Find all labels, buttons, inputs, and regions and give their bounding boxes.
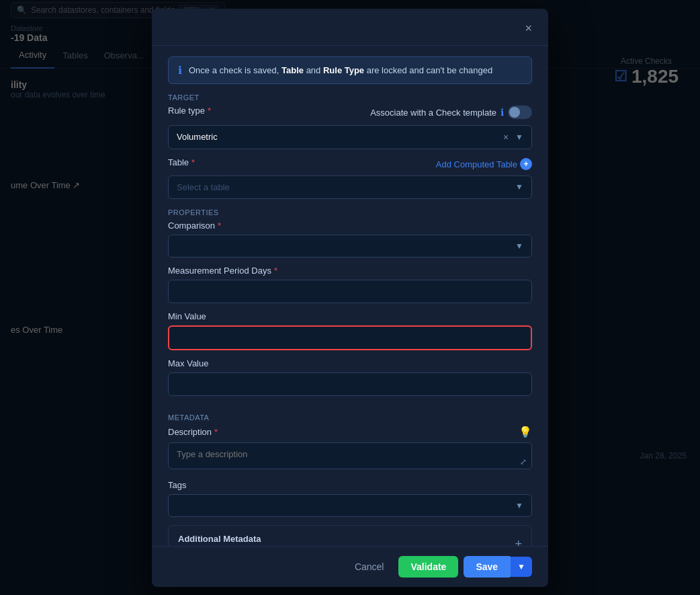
validate-button[interactable]: Validate bbox=[398, 556, 458, 578]
associate-label: Associate with a Check template ℹ bbox=[370, 106, 532, 119]
table-required: * bbox=[191, 157, 195, 167]
comparison-chevron-icon: ▼ bbox=[515, 241, 523, 251]
rule-type-required: * bbox=[208, 106, 211, 116]
add-computed-label: Add Computed Table bbox=[436, 159, 517, 169]
rule-type-select[interactable]: Volumetric × ▼ bbox=[168, 125, 532, 149]
max-value-input[interactable] bbox=[168, 372, 532, 396]
add-computed-icon: + bbox=[520, 158, 532, 170]
save-button-group: Save ▼ bbox=[464, 556, 532, 578]
tags-select[interactable]: ▼ bbox=[168, 494, 532, 517]
measurement-period-required: * bbox=[274, 266, 277, 276]
associate-info-icon[interactable]: ℹ bbox=[500, 107, 504, 118]
metadata-section: Metadata Description * 💡 ⤢ Tags bbox=[168, 413, 532, 546]
description-required: * bbox=[214, 427, 218, 437]
description-wrapper: ⤢ bbox=[168, 442, 532, 472]
comparison-required: * bbox=[218, 221, 221, 231]
tags-chevron-icon: ▼ bbox=[515, 501, 523, 510]
rule-type-value: Volumetric bbox=[177, 132, 218, 142]
save-dropdown-button[interactable]: ▼ bbox=[510, 557, 532, 577]
info-text: Once a check is saved, Table and Rule Ty… bbox=[189, 65, 492, 75]
additional-meta-content: Additional Metadata Enhance the check de… bbox=[178, 534, 382, 546]
rule-type-clear-btn[interactable]: × bbox=[503, 132, 509, 143]
target-section: Target Rule type * Associate with a Chec… bbox=[168, 93, 532, 199]
additional-meta-plus-icon[interactable]: + bbox=[515, 537, 522, 546]
min-value-label: Min Value bbox=[168, 311, 532, 321]
rule-type-chevron-icon: ▼ bbox=[515, 132, 523, 142]
properties-section-label: Properties bbox=[168, 208, 532, 216]
tags-label: Tags bbox=[168, 480, 532, 490]
description-label: Description * bbox=[168, 427, 218, 437]
table-chevron-icon: ▼ bbox=[515, 182, 523, 192]
modal-overlay: × ℹ Once a check is saved, Table and Rul… bbox=[0, 0, 700, 595]
description-bulb-icon[interactable]: 💡 bbox=[519, 426, 532, 438]
comparison-label: Comparison * bbox=[168, 221, 532, 231]
modal-dialog: × ℹ Once a check is saved, Table and Rul… bbox=[152, 9, 548, 587]
cancel-button[interactable]: Cancel bbox=[345, 556, 394, 578]
close-button[interactable]: × bbox=[525, 22, 532, 34]
rule-type-icons: × ▼ bbox=[503, 132, 523, 143]
description-textarea[interactable] bbox=[168, 442, 532, 469]
description-label-row: Description * 💡 bbox=[168, 426, 532, 438]
associate-toggle[interactable] bbox=[508, 106, 532, 119]
modal-header: × bbox=[152, 9, 548, 46]
table-label-row: Table * Add Computed Table + bbox=[168, 157, 532, 171]
modal-body: ℹ Once a check is saved, Table and Rule … bbox=[152, 46, 548, 546]
table-placeholder: Select a table bbox=[177, 182, 230, 192]
rule-type-row: Rule type * Associate with a Check templ… bbox=[168, 106, 532, 120]
add-computed-table-btn[interactable]: Add Computed Table + bbox=[436, 158, 532, 170]
measurement-period-label: Measurement Period Days * bbox=[168, 266, 532, 276]
properties-section: Properties Comparison * ▼ Measurement Pe… bbox=[168, 208, 532, 404]
target-section-label: Target bbox=[168, 93, 532, 102]
modal-footer: Cancel Validate Save ▼ bbox=[152, 546, 548, 587]
additional-metadata-section: Additional Metadata Enhance the check de… bbox=[168, 525, 532, 546]
info-icon: ℹ bbox=[178, 64, 182, 77]
save-button[interactable]: Save bbox=[464, 556, 510, 578]
additional-meta-title: Additional Metadata bbox=[178, 534, 382, 544]
measurement-period-input[interactable] bbox=[168, 280, 532, 303]
metadata-section-label: Metadata bbox=[168, 413, 532, 422]
comparison-select[interactable]: ▼ bbox=[168, 235, 532, 257]
additional-meta-row: Additional Metadata Enhance the check de… bbox=[178, 534, 522, 546]
min-value-input[interactable] bbox=[168, 325, 532, 350]
table-field-label: Table * bbox=[168, 157, 195, 167]
table-select[interactable]: Select a table ▼ bbox=[168, 175, 532, 199]
rule-type-label: Rule type * bbox=[168, 106, 211, 116]
info-banner: ℹ Once a check is saved, Table and Rule … bbox=[168, 56, 532, 84]
max-value-label: Max Value bbox=[168, 358, 532, 368]
expand-icon[interactable]: ⤢ bbox=[520, 457, 527, 467]
